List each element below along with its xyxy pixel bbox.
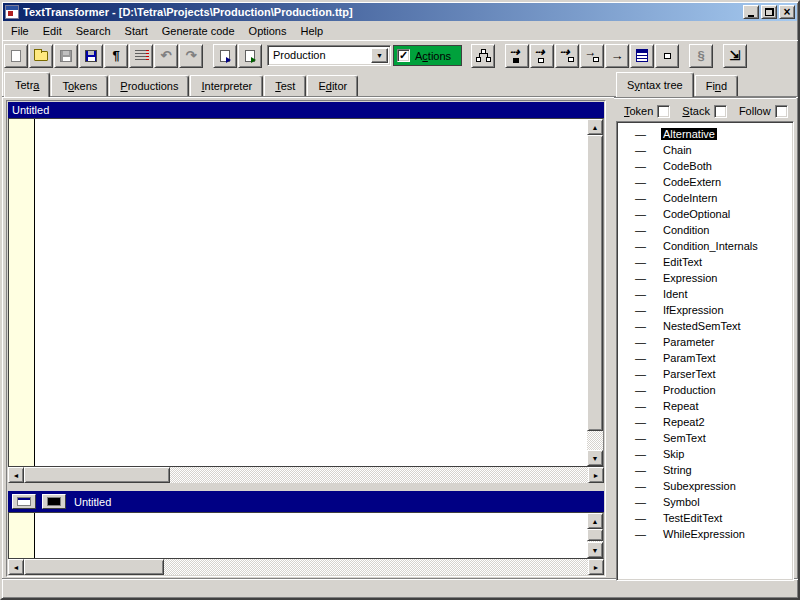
save-all-button[interactable] — [79, 44, 103, 68]
tree-item-codeextern[interactable]: —CodeExtern — [619, 174, 791, 190]
pane-toggle-button[interactable] — [12, 494, 36, 509]
scroll-up-button[interactable]: ▲ — [587, 513, 603, 529]
scroll-down-button[interactable]: ▼ — [587, 450, 603, 466]
hscroll-track[interactable] — [164, 559, 588, 575]
tree-connector-icon: — — [635, 480, 661, 492]
tree-item-label: Chain — [661, 144, 694, 156]
goto-node-button[interactable]: ⇲ — [723, 44, 747, 68]
tab-interpreter[interactable]: Interpreter — [190, 75, 263, 96]
breakpoint-button[interactable] — [655, 44, 679, 68]
format-button[interactable] — [129, 44, 153, 68]
hscroll-thumb[interactable] — [24, 467, 170, 483]
parse-all-documents-button[interactable] — [238, 44, 262, 68]
vscroll-track[interactable] — [587, 431, 603, 450]
tree-item-chain[interactable]: —Chain — [619, 142, 791, 158]
scroll-left-button[interactable]: ◄ — [8, 559, 24, 575]
hscroll-thumb[interactable] — [24, 559, 164, 575]
show-log-button[interactable] — [630, 44, 654, 68]
menu-edit[interactable]: Edit — [36, 23, 69, 39]
tab-tetra[interactable]: Tetra — [4, 72, 50, 97]
production-combobox-value[interactable]: Production — [268, 46, 369, 65]
tree-item-paramtext[interactable]: —ParamText — [619, 350, 791, 366]
scroll-up-button[interactable]: ▲ — [587, 119, 603, 135]
tree-connector-icon: — — [635, 416, 661, 428]
hscroll-track[interactable] — [170, 467, 588, 483]
tab-test[interactable]: Test — [264, 75, 306, 96]
panel-splitter[interactable] — [8, 483, 604, 491]
tree-item-repeat[interactable]: —Repeat — [619, 398, 791, 414]
run-button[interactable]: → — [605, 44, 629, 68]
menu-options[interactable]: Options — [242, 23, 294, 39]
actions-label: Actions — [415, 50, 451, 62]
tree-item-edittext[interactable]: —EditText — [619, 254, 791, 270]
tree-item-codeoptional[interactable]: —CodeOptional — [619, 206, 791, 222]
tree-item-codeboth[interactable]: —CodeBoth — [619, 158, 791, 174]
parse-document-button[interactable] — [213, 44, 237, 68]
pane-maximize-button[interactable] — [42, 494, 66, 509]
token-checkbox[interactable] — [657, 105, 670, 118]
arrow-up-icon: ▲ — [592, 518, 599, 525]
menu-help[interactable]: Help — [294, 23, 331, 39]
tree-item-expression[interactable]: —Expression — [619, 270, 791, 286]
actions-checkbox[interactable]: ✓ — [397, 49, 410, 62]
vscroll-thumb[interactable] — [587, 135, 603, 431]
tree-item-parsertext[interactable]: —ParserText — [619, 366, 791, 382]
tree-connector-icon: — — [635, 336, 661, 348]
tree-item-whileexpression[interactable]: —WhileExpression — [619, 526, 791, 542]
open-button[interactable] — [29, 44, 53, 68]
tree-item-alternative[interactable]: —Alternative — [619, 126, 791, 142]
scroll-right-button[interactable]: ► — [588, 467, 604, 483]
scroll-left-button[interactable]: ◄ — [8, 467, 24, 483]
tree-item-string[interactable]: —String — [619, 462, 791, 478]
arrow-down-icon: ▼ — [592, 547, 599, 554]
tree-item-label: Symbol — [661, 496, 702, 508]
follow-checkbox[interactable] — [775, 105, 788, 118]
menu-file[interactable]: File — [4, 23, 36, 39]
step-over-button[interactable]: → — [580, 44, 604, 68]
tree-item-repeat2[interactable]: —Repeat2 — [619, 414, 791, 430]
tree-item-condition-internals[interactable]: —Condition_Internals — [619, 238, 791, 254]
tab-editor[interactable]: Editor — [307, 75, 358, 96]
show-paragraphs-button[interactable]: ¶ — [104, 44, 128, 68]
tree-item-ident[interactable]: —Ident — [619, 286, 791, 302]
floppy-icon — [60, 50, 72, 62]
tree-item-testedittext[interactable]: —TestEditText — [619, 510, 791, 526]
bottom-editor-surface[interactable] — [35, 513, 587, 558]
tree-item-parameter[interactable]: —Parameter — [619, 334, 791, 350]
tree-item-subexpression[interactable]: —Subexpression — [619, 478, 791, 494]
stack-checkbox[interactable] — [714, 105, 727, 118]
restore-button[interactable] — [761, 5, 777, 19]
scroll-down-button[interactable]: ▼ — [587, 542, 603, 558]
combobox-dropdown-button[interactable]: ▼ — [371, 48, 388, 63]
tree-item-semtext[interactable]: —SemText — [619, 430, 791, 446]
tab-tokens[interactable]: Tokens — [51, 75, 108, 96]
menu-start[interactable]: Start — [118, 23, 155, 39]
tree-item-production[interactable]: —Production — [619, 382, 791, 398]
app-icon[interactable] — [5, 5, 19, 19]
step-into-token-button[interactable]: ⇢ — [505, 44, 529, 68]
tree-item-condition[interactable]: —Condition — [619, 222, 791, 238]
close-button[interactable]: × — [779, 5, 795, 19]
tree-connector-icon: — — [635, 384, 661, 396]
production-combobox[interactable]: Production▼ — [267, 45, 391, 66]
vscroll-thumb[interactable] — [587, 529, 603, 541]
tree-item-symbol[interactable]: —Symbol — [619, 494, 791, 510]
tree-item-nestedsemtext[interactable]: —NestedSemText — [619, 318, 791, 334]
tree-item-codeintern[interactable]: —CodeIntern — [619, 190, 791, 206]
top-editor-surface[interactable] — [35, 119, 587, 466]
step-to-new-button[interactable]: ⇢ — [555, 44, 579, 68]
actions-toggle[interactable]: ✓Actions — [393, 45, 462, 66]
step-into-button[interactable]: ⇢ — [530, 44, 554, 68]
minimize-button[interactable] — [743, 5, 759, 19]
menu-search[interactable]: Search — [69, 23, 118, 39]
tree-item-ifexpression[interactable]: —IfExpression — [619, 302, 791, 318]
scroll-right-button[interactable]: ► — [588, 559, 604, 575]
app-window: TextTransformer - [D:\Tetra\Projects\Pro… — [0, 0, 800, 600]
tab-productions[interactable]: Productions — [109, 75, 189, 96]
tab-syntax-tree[interactable]: Syntax tree — [616, 72, 694, 97]
menu-generate-code[interactable]: Generate code — [155, 23, 242, 39]
tree-connector-icon: — — [635, 304, 661, 316]
syntax-tree-button[interactable] — [471, 44, 495, 68]
tab-find[interactable]: Find — [695, 75, 738, 96]
tree-item-skip[interactable]: —Skip — [619, 446, 791, 462]
